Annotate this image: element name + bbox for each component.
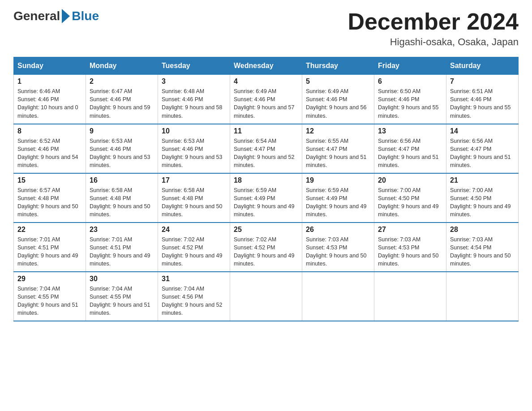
weekday-header-monday: Monday — [86, 57, 158, 75]
day-info: Sunrise: 7:03 AMSunset: 4:54 PMDaylight:… — [450, 236, 511, 267]
day-info: Sunrise: 6:59 AMSunset: 4:49 PMDaylight:… — [306, 187, 367, 218]
day-number: 2 — [90, 77, 154, 86]
calendar-cell — [446, 272, 519, 321]
calendar-cell — [374, 272, 446, 321]
logo-general-text: General — [13, 9, 60, 23]
day-info: Sunrise: 6:53 AMSunset: 4:46 PMDaylight:… — [162, 138, 223, 168]
calendar-cell: 25 Sunrise: 7:02 AMSunset: 4:52 PMDaylig… — [230, 223, 302, 272]
weekday-header-friday: Friday — [374, 57, 446, 75]
day-info: Sunrise: 6:57 AMSunset: 4:48 PMDaylight:… — [17, 187, 78, 218]
day-info: Sunrise: 6:50 AMSunset: 4:46 PMDaylight:… — [378, 88, 439, 119]
calendar-cell: 22 Sunrise: 7:01 AMSunset: 4:51 PMDaylig… — [14, 223, 86, 272]
calendar-cell: 31 Sunrise: 7:04 AMSunset: 4:56 PMDaylig… — [158, 272, 230, 321]
title-area: December 2024 Higashi-osaka, Osaka, Japa… — [348, 9, 519, 48]
month-year-title: December 2024 — [348, 9, 519, 34]
day-number: 31 — [162, 275, 226, 283]
day-number: 3 — [162, 77, 226, 86]
day-number: 12 — [306, 127, 370, 135]
day-number: 15 — [17, 176, 82, 184]
day-info: Sunrise: 6:52 AMSunset: 4:46 PMDaylight:… — [17, 138, 78, 168]
day-info: Sunrise: 6:59 AMSunset: 4:49 PMDaylight:… — [234, 187, 295, 218]
calendar-cell: 24 Sunrise: 7:02 AMSunset: 4:52 PMDaylig… — [158, 223, 230, 272]
day-number: 18 — [234, 176, 298, 184]
calendar-week-row: 29 Sunrise: 7:04 AMSunset: 4:55 PMDaylig… — [14, 272, 519, 321]
day-info: Sunrise: 6:53 AMSunset: 4:46 PMDaylight:… — [90, 138, 150, 168]
calendar-cell: 21 Sunrise: 7:00 AMSunset: 4:50 PMDaylig… — [446, 173, 519, 223]
calendar-cell: 29 Sunrise: 7:04 AMSunset: 4:55 PMDaylig… — [14, 272, 86, 321]
day-info: Sunrise: 7:03 AMSunset: 4:53 PMDaylight:… — [306, 236, 367, 267]
day-info: Sunrise: 6:49 AMSunset: 4:46 PMDaylight:… — [234, 88, 295, 119]
calendar-cell: 30 Sunrise: 7:04 AMSunset: 4:55 PMDaylig… — [86, 272, 158, 321]
day-info: Sunrise: 6:58 AMSunset: 4:48 PMDaylight:… — [90, 187, 150, 218]
day-number: 17 — [162, 176, 226, 184]
calendar-week-row: 15 Sunrise: 6:57 AMSunset: 4:48 PMDaylig… — [14, 173, 519, 223]
day-info: Sunrise: 6:47 AMSunset: 4:46 PMDaylight:… — [90, 88, 150, 119]
calendar-cell: 9 Sunrise: 6:53 AMSunset: 4:46 PMDayligh… — [86, 124, 158, 173]
calendar-cell: 10 Sunrise: 6:53 AMSunset: 4:46 PMDaylig… — [158, 124, 230, 173]
calendar-cell: 16 Sunrise: 6:58 AMSunset: 4:48 PMDaylig… — [86, 173, 158, 223]
day-info: Sunrise: 6:46 AMSunset: 4:46 PMDaylight:… — [17, 88, 78, 119]
day-info: Sunrise: 6:56 AMSunset: 4:47 PMDaylight:… — [450, 138, 511, 168]
weekday-header-wednesday: Wednesday — [230, 57, 302, 75]
calendar-cell: 23 Sunrise: 7:01 AMSunset: 4:51 PMDaylig… — [86, 223, 158, 272]
day-number: 21 — [450, 176, 515, 184]
day-number: 19 — [306, 176, 370, 184]
day-info: Sunrise: 6:58 AMSunset: 4:48 PMDaylight:… — [162, 187, 223, 218]
logo-blue-text: Blue — [72, 9, 99, 23]
day-number: 28 — [450, 226, 515, 234]
day-info: Sunrise: 7:02 AMSunset: 4:52 PMDaylight:… — [162, 236, 223, 267]
day-info: Sunrise: 7:04 AMSunset: 4:55 PMDaylight:… — [17, 286, 78, 316]
day-number: 6 — [378, 77, 442, 86]
day-number: 25 — [234, 226, 298, 234]
day-number: 16 — [90, 176, 154, 184]
calendar-cell: 2 Sunrise: 6:47 AMSunset: 4:46 PMDayligh… — [86, 75, 158, 124]
day-number: 7 — [450, 77, 515, 86]
day-info: Sunrise: 6:55 AMSunset: 4:47 PMDaylight:… — [306, 138, 367, 168]
calendar-cell: 27 Sunrise: 7:03 AMSunset: 4:53 PMDaylig… — [374, 223, 446, 272]
day-number: 20 — [378, 176, 442, 184]
day-number: 1 — [17, 77, 82, 86]
calendar-cell: 3 Sunrise: 6:48 AMSunset: 4:46 PMDayligh… — [158, 75, 230, 124]
calendar-cell — [230, 272, 302, 321]
day-number: 29 — [17, 275, 82, 283]
day-number: 22 — [17, 226, 82, 234]
day-info: Sunrise: 7:00 AMSunset: 4:50 PMDaylight:… — [378, 187, 439, 218]
calendar-cell: 13 Sunrise: 6:56 AMSunset: 4:47 PMDaylig… — [374, 124, 446, 173]
weekday-header-sunday: Sunday — [14, 57, 86, 75]
location-subtitle: Higashi-osaka, Osaka, Japan — [348, 36, 519, 48]
calendar-cell: 20 Sunrise: 7:00 AMSunset: 4:50 PMDaylig… — [374, 173, 446, 223]
day-number: 9 — [90, 127, 154, 135]
weekday-header-row: SundayMondayTuesdayWednesdayThursdayFrid… — [14, 57, 519, 75]
day-number: 10 — [162, 127, 226, 135]
day-number: 23 — [90, 226, 154, 234]
day-info: Sunrise: 6:49 AMSunset: 4:46 PMDaylight:… — [306, 88, 367, 119]
day-info: Sunrise: 7:01 AMSunset: 4:51 PMDaylight:… — [17, 236, 78, 267]
day-number: 11 — [234, 127, 298, 135]
weekday-header-tuesday: Tuesday — [158, 57, 230, 75]
calendar-week-row: 22 Sunrise: 7:01 AMSunset: 4:51 PMDaylig… — [14, 223, 519, 272]
day-number: 27 — [378, 226, 442, 234]
day-info: Sunrise: 6:54 AMSunset: 4:47 PMDaylight:… — [234, 138, 295, 168]
calendar-cell: 14 Sunrise: 6:56 AMSunset: 4:47 PMDaylig… — [446, 124, 519, 173]
calendar-cell: 1 Sunrise: 6:46 AMSunset: 4:46 PMDayligh… — [14, 75, 86, 124]
day-info: Sunrise: 7:01 AMSunset: 4:51 PMDaylight:… — [90, 236, 150, 267]
calendar-cell — [302, 272, 374, 321]
calendar-cell: 11 Sunrise: 6:54 AMSunset: 4:47 PMDaylig… — [230, 124, 302, 173]
day-info: Sunrise: 7:00 AMSunset: 4:50 PMDaylight:… — [450, 187, 511, 218]
logo: General Blue — [13, 9, 99, 23]
header: General Blue December 2024 Higashi-osaka… — [13, 9, 519, 48]
day-number: 13 — [378, 127, 442, 135]
day-info: Sunrise: 6:56 AMSunset: 4:47 PMDaylight:… — [378, 138, 439, 168]
calendar-cell: 8 Sunrise: 6:52 AMSunset: 4:46 PMDayligh… — [14, 124, 86, 173]
calendar-cell: 6 Sunrise: 6:50 AMSunset: 4:46 PMDayligh… — [374, 75, 446, 124]
weekday-header-thursday: Thursday — [302, 57, 374, 75]
calendar-cell: 18 Sunrise: 6:59 AMSunset: 4:49 PMDaylig… — [230, 173, 302, 223]
calendar-cell: 19 Sunrise: 6:59 AMSunset: 4:49 PMDaylig… — [302, 173, 374, 223]
calendar-cell: 7 Sunrise: 6:51 AMSunset: 4:46 PMDayligh… — [446, 75, 519, 124]
day-info: Sunrise: 6:51 AMSunset: 4:46 PMDaylight:… — [450, 88, 511, 119]
day-info: Sunrise: 7:04 AMSunset: 4:56 PMDaylight:… — [162, 286, 223, 316]
day-info: Sunrise: 6:48 AMSunset: 4:46 PMDaylight:… — [162, 88, 223, 119]
calendar-week-row: 8 Sunrise: 6:52 AMSunset: 4:46 PMDayligh… — [14, 124, 519, 173]
calendar-cell: 17 Sunrise: 6:58 AMSunset: 4:48 PMDaylig… — [158, 173, 230, 223]
day-info: Sunrise: 7:03 AMSunset: 4:53 PMDaylight:… — [378, 236, 439, 267]
